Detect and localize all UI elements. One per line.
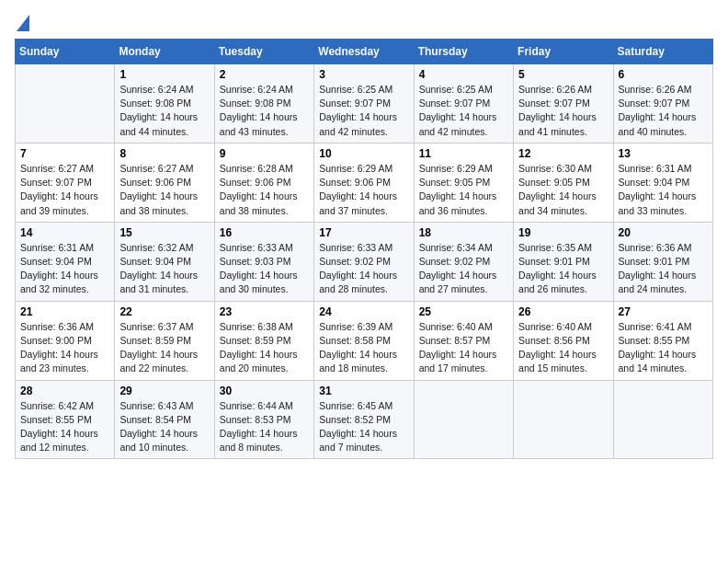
day-number: 29: [119, 385, 209, 397]
calendar-cell: 11Sunrise: 6:29 AM Sunset: 9:05 PM Dayli…: [414, 143, 513, 222]
day-number: 30: [220, 385, 309, 397]
col-header-thursday: Thursday: [414, 40, 513, 64]
day-info: Sunrise: 6:32 AM Sunset: 9:04 PM Dayligh…: [119, 241, 209, 297]
day-number: 3: [319, 68, 408, 81]
week-row-1: 1Sunrise: 6:24 AM Sunset: 9:08 PM Daylig…: [16, 64, 713, 144]
day-number: 1: [119, 68, 209, 81]
day-info: Sunrise: 6:40 AM Sunset: 8:57 PM Dayligh…: [419, 320, 508, 376]
day-info: Sunrise: 6:27 AM Sunset: 9:06 PM Dayligh…: [119, 162, 209, 218]
calendar-cell: 31Sunrise: 6:45 AM Sunset: 8:52 PM Dayli…: [314, 380, 414, 459]
calendar-cell: 4Sunrise: 6:25 AM Sunset: 9:07 PM Daylig…: [414, 64, 513, 144]
day-number: 11: [419, 147, 508, 160]
day-info: Sunrise: 6:24 AM Sunset: 9:08 PM Dayligh…: [220, 83, 309, 139]
day-number: 22: [119, 305, 209, 318]
day-number: 31: [319, 385, 408, 397]
day-number: 25: [419, 305, 508, 318]
day-number: 28: [20, 385, 109, 397]
day-info: Sunrise: 6:45 AM Sunset: 8:52 PM Dayligh…: [319, 399, 408, 455]
col-header-friday: Friday: [514, 40, 613, 64]
day-info: Sunrise: 6:36 AM Sunset: 9:01 PM Dayligh…: [619, 241, 708, 297]
calendar-header-row: SundayMondayTuesdayWednesdayThursdayFrid…: [16, 40, 713, 64]
day-info: Sunrise: 6:33 AM Sunset: 9:02 PM Dayligh…: [319, 241, 408, 297]
day-number: 9: [220, 147, 309, 160]
svg-marker-0: [17, 15, 29, 31]
calendar-cell: 1Sunrise: 6:24 AM Sunset: 9:08 PM Daylig…: [115, 64, 214, 144]
day-info: Sunrise: 6:27 AM Sunset: 9:07 PM Dayligh…: [20, 162, 109, 218]
logo-triangle-icon: [17, 15, 29, 31]
calendar-cell: 13Sunrise: 6:31 AM Sunset: 9:04 PM Dayli…: [613, 143, 712, 222]
day-info: Sunrise: 6:30 AM Sunset: 9:05 PM Dayligh…: [518, 162, 608, 218]
day-info: Sunrise: 6:43 AM Sunset: 8:54 PM Dayligh…: [119, 399, 209, 455]
day-info: Sunrise: 6:25 AM Sunset: 9:07 PM Dayligh…: [319, 83, 408, 139]
calendar-cell: 7Sunrise: 6:27 AM Sunset: 9:07 PM Daylig…: [16, 143, 115, 222]
calendar-cell: 23Sunrise: 6:38 AM Sunset: 8:59 PM Dayli…: [214, 301, 313, 380]
day-info: Sunrise: 6:37 AM Sunset: 8:59 PM Dayligh…: [119, 320, 209, 376]
day-number: 14: [20, 226, 109, 239]
calendar-cell: 10Sunrise: 6:29 AM Sunset: 9:06 PM Dayli…: [314, 143, 414, 222]
day-info: Sunrise: 6:38 AM Sunset: 8:59 PM Dayligh…: [220, 320, 309, 376]
day-number: 4: [419, 68, 508, 81]
week-row-4: 21Sunrise: 6:36 AM Sunset: 9:00 PM Dayli…: [16, 301, 713, 380]
calendar-cell: 9Sunrise: 6:28 AM Sunset: 9:06 PM Daylig…: [214, 143, 313, 222]
day-number: 24: [319, 305, 408, 318]
calendar-cell: 19Sunrise: 6:35 AM Sunset: 9:01 PM Dayli…: [514, 222, 613, 301]
week-row-2: 7Sunrise: 6:27 AM Sunset: 9:07 PM Daylig…: [16, 143, 713, 222]
calendar-cell: 26Sunrise: 6:40 AM Sunset: 8:56 PM Dayli…: [514, 301, 613, 380]
day-number: 23: [220, 305, 309, 318]
day-info: Sunrise: 6:34 AM Sunset: 9:02 PM Dayligh…: [419, 241, 508, 297]
calendar-cell: 17Sunrise: 6:33 AM Sunset: 9:02 PM Dayli…: [314, 222, 414, 301]
day-info: Sunrise: 6:29 AM Sunset: 9:05 PM Dayligh…: [419, 162, 508, 218]
calendar-cell: 29Sunrise: 6:43 AM Sunset: 8:54 PM Dayli…: [115, 380, 214, 459]
calendar-cell: 12Sunrise: 6:30 AM Sunset: 9:05 PM Dayli…: [514, 143, 613, 222]
week-row-3: 14Sunrise: 6:31 AM Sunset: 9:04 PM Dayli…: [16, 222, 713, 301]
day-number: 21: [20, 305, 109, 318]
calendar-cell: 30Sunrise: 6:44 AM Sunset: 8:53 PM Dayli…: [214, 380, 313, 459]
col-header-sunday: Sunday: [16, 40, 115, 64]
day-info: Sunrise: 6:24 AM Sunset: 9:08 PM Dayligh…: [119, 83, 209, 139]
day-info: Sunrise: 6:31 AM Sunset: 9:04 PM Dayligh…: [20, 241, 109, 297]
day-info: Sunrise: 6:40 AM Sunset: 8:56 PM Dayligh…: [518, 320, 608, 376]
day-info: Sunrise: 6:31 AM Sunset: 9:04 PM Dayligh…: [619, 162, 708, 218]
day-info: Sunrise: 6:26 AM Sunset: 9:07 PM Dayligh…: [619, 83, 708, 139]
calendar-cell: 28Sunrise: 6:42 AM Sunset: 8:55 PM Dayli…: [16, 380, 115, 459]
day-number: 13: [619, 147, 708, 160]
week-row-5: 28Sunrise: 6:42 AM Sunset: 8:55 PM Dayli…: [16, 380, 713, 459]
col-header-wednesday: Wednesday: [314, 40, 414, 64]
day-number: 26: [518, 305, 608, 318]
calendar-cell: 5Sunrise: 6:26 AM Sunset: 9:07 PM Daylig…: [514, 64, 613, 144]
col-header-saturday: Saturday: [613, 40, 712, 64]
calendar-cell: 3Sunrise: 6:25 AM Sunset: 9:07 PM Daylig…: [314, 64, 414, 144]
calendar-cell: 8Sunrise: 6:27 AM Sunset: 9:06 PM Daylig…: [115, 143, 214, 222]
calendar-cell: 25Sunrise: 6:40 AM Sunset: 8:57 PM Dayli…: [414, 301, 513, 380]
day-info: Sunrise: 6:25 AM Sunset: 9:07 PM Dayligh…: [419, 83, 508, 139]
day-number: 18: [419, 226, 508, 239]
day-number: 20: [619, 226, 708, 239]
day-number: 5: [518, 68, 608, 81]
calendar-cell: 20Sunrise: 6:36 AM Sunset: 9:01 PM Dayli…: [613, 222, 712, 301]
calendar-cell: 15Sunrise: 6:32 AM Sunset: 9:04 PM Dayli…: [115, 222, 214, 301]
day-info: Sunrise: 6:36 AM Sunset: 9:00 PM Dayligh…: [20, 320, 109, 376]
day-number: 2: [220, 68, 309, 81]
day-info: Sunrise: 6:39 AM Sunset: 8:58 PM Dayligh…: [319, 320, 408, 376]
calendar-cell: [16, 64, 115, 144]
calendar-cell: [613, 380, 712, 459]
calendar-cell: 27Sunrise: 6:41 AM Sunset: 8:55 PM Dayli…: [613, 301, 712, 380]
day-number: 15: [119, 226, 209, 239]
day-number: 16: [220, 226, 309, 239]
day-number: 17: [319, 226, 408, 239]
day-info: Sunrise: 6:42 AM Sunset: 8:55 PM Dayligh…: [20, 399, 109, 455]
col-header-monday: Monday: [115, 40, 214, 64]
calendar-cell: 24Sunrise: 6:39 AM Sunset: 8:58 PM Dayli…: [314, 301, 414, 380]
calendar-cell: 21Sunrise: 6:36 AM Sunset: 9:00 PM Dayli…: [16, 301, 115, 380]
day-info: Sunrise: 6:44 AM Sunset: 8:53 PM Dayligh…: [220, 399, 309, 455]
day-number: 7: [20, 147, 109, 160]
calendar-table: SundayMondayTuesdayWednesdayThursdayFrid…: [15, 39, 713, 459]
day-number: 19: [518, 226, 608, 239]
day-number: 12: [518, 147, 608, 160]
day-info: Sunrise: 6:35 AM Sunset: 9:01 PM Dayligh…: [518, 241, 608, 297]
calendar-body: 1Sunrise: 6:24 AM Sunset: 9:08 PM Daylig…: [16, 64, 713, 459]
page-header: [15, 15, 713, 29]
calendar-cell: 6Sunrise: 6:26 AM Sunset: 9:07 PM Daylig…: [613, 64, 712, 144]
day-info: Sunrise: 6:26 AM Sunset: 9:07 PM Dayligh…: [518, 83, 608, 139]
day-info: Sunrise: 6:29 AM Sunset: 9:06 PM Dayligh…: [319, 162, 408, 218]
